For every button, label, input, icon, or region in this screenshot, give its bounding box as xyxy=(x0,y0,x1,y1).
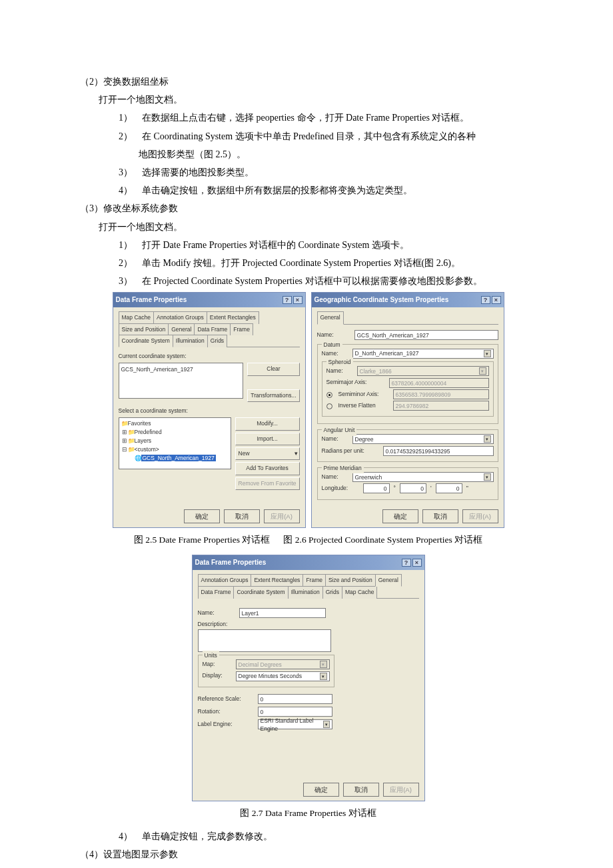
spheroid-group-title: Spheroid xyxy=(326,357,353,367)
help-icon[interactable]: ? xyxy=(283,296,292,304)
tab-grids[interactable]: Grids xyxy=(207,335,227,347)
tab-grids-27[interactable]: Grids xyxy=(322,586,342,598)
tree-selected-item[interactable]: GCS_North_American_1927 xyxy=(141,455,216,461)
tab-data-frame-27[interactable]: Data Frame xyxy=(198,586,235,598)
name-input-27[interactable]: Layer1 xyxy=(239,608,326,618)
tab-general-27[interactable]: General xyxy=(375,574,402,587)
tree-predefined[interactable]: Predefined xyxy=(135,429,162,435)
datum-name-combo[interactable]: D_North_American_1927▾ xyxy=(352,349,494,359)
ok-button-26[interactable]: 确定 xyxy=(382,509,418,523)
para-2-step3: 3） 选择需要的地图投影类型。 xyxy=(67,164,550,181)
apply-button-27: 应用(A) xyxy=(383,783,419,797)
tab-extent-rectangles-27[interactable]: Extent Rectangles xyxy=(251,574,303,587)
close-icon[interactable]: × xyxy=(492,296,501,304)
invflat-label: Inverse Flatten xyxy=(338,401,389,411)
tab-map-cache-27[interactable]: Map Cache xyxy=(342,586,377,598)
para-4-head: （4）设置地图显示参数 xyxy=(67,846,550,863)
tree-custom[interactable]: <custom> xyxy=(135,446,159,453)
para-2-head: （2）变换数据组坐标 xyxy=(67,73,550,90)
dialog-25-title: Data Frame Properties xyxy=(116,294,187,306)
tab-illumination-27[interactable]: Illumination xyxy=(288,586,323,598)
tree-layers[interactable]: Layers xyxy=(135,437,152,444)
clear-button[interactable]: Clear xyxy=(247,363,299,375)
dialog-25-tabs: Map Cache Annotation Groups Extent Recta… xyxy=(119,311,300,347)
semimajor-label: Semimajor Axis: xyxy=(326,377,385,387)
labeleng-label: Label Engine: xyxy=(198,719,254,729)
tab-map-cache[interactable]: Map Cache xyxy=(119,311,154,323)
refscale-input[interactable]: 0 xyxy=(258,694,332,704)
tab-frame-27[interactable]: Frame xyxy=(303,574,326,587)
tab-size-position-27[interactable]: Size and Position xyxy=(325,574,376,587)
prime-group-title: Prime Meridian xyxy=(322,463,364,473)
transformations-button[interactable]: Transformations... xyxy=(247,389,299,402)
para-2-step2a: 2） 在 Coordinating System 选项卡中单击 Predefin… xyxy=(67,128,550,145)
datum-group: Datum Name: D_North_American_1927▾ Spher… xyxy=(317,344,498,424)
new-button[interactable]: New▾ xyxy=(235,447,300,460)
units-group: Units Map: Decimal Degrees▾ Display: Deg… xyxy=(198,655,334,687)
long-sec[interactable]: 0 xyxy=(436,483,462,493)
angular-unit-group: Angular Unit Name: Degree▾ Radians per u… xyxy=(317,429,498,462)
invflat-field: 294.9786982 xyxy=(393,401,489,411)
tab-general[interactable]: General xyxy=(168,323,195,335)
tab-annotation-groups[interactable]: Annotation Groups xyxy=(153,311,207,323)
cancel-button-26[interactable]: 取消 xyxy=(422,509,458,523)
ok-button-25[interactable]: 确定 xyxy=(184,509,220,523)
tab-annotation-groups-27[interactable]: Annotation Groups xyxy=(198,574,252,587)
display-label: Display: xyxy=(203,671,232,681)
para-2-step4: 4） 单击确定按钮，数据组中所有数据层的投影都将变换为选定类型。 xyxy=(67,182,550,199)
semiminor-field: 6356583.7999989809 xyxy=(393,389,489,399)
modify-button[interactable]: Modify... xyxy=(235,417,300,430)
prime-combo[interactable]: Greenwich▾ xyxy=(352,472,494,482)
tab-coordinate-system[interactable]: Coordinate System xyxy=(119,335,173,347)
help-icon[interactable]: ? xyxy=(481,296,490,304)
semiminor-radio[interactable] xyxy=(326,392,332,398)
add-favorites-button[interactable]: Add To Favorites xyxy=(235,462,300,475)
semiminor-label: Semiminor Axis: xyxy=(338,389,389,399)
dialog-27-tabs: Annotation Groups Extent Rectangles Fram… xyxy=(198,574,419,599)
tab-frame[interactable]: Frame xyxy=(230,323,253,335)
tab-illumination[interactable]: Illumination xyxy=(173,335,208,347)
radians-label: Radians per unit: xyxy=(322,446,379,456)
current-cs-label: Current coordinate system: xyxy=(119,351,300,361)
para-3-head: （3）修改坐标系统参数 xyxy=(67,200,550,217)
rotation-input[interactable]: 0 xyxy=(258,707,332,717)
ok-button-27[interactable]: 确定 xyxy=(303,783,339,797)
para-3-step4: 4） 单击确定按钮，完成参数修改。 xyxy=(67,828,550,845)
display-combo[interactable]: Degree Minutes Seconds▾ xyxy=(236,671,330,681)
tab-extent-rectangles[interactable]: Extent Rectangles xyxy=(207,311,259,323)
cs-tree[interactable]: 📁Favorites ⊞📁Predefined ⊞📁Layers ⊟📁<cust… xyxy=(119,417,231,469)
desc-input-27[interactable] xyxy=(198,629,331,652)
help-icon[interactable]: ? xyxy=(402,559,411,567)
datum-group-title: Datum xyxy=(322,340,342,350)
labeleng-combo[interactable]: ESRI Standard Label Engine▾ xyxy=(258,719,332,729)
name-label-27: Name: xyxy=(198,608,235,618)
close-icon[interactable]: × xyxy=(412,559,422,567)
import-button[interactable]: Import... xyxy=(235,433,300,445)
long-min[interactable]: 0 xyxy=(400,483,426,493)
radians-field[interactable]: 0.0174532925199433295 xyxy=(383,446,494,456)
rotation-label: Rotation: xyxy=(198,707,254,717)
current-cs-box: GCS_North_American_1927 xyxy=(119,363,244,399)
map-combo: Decimal Degrees▾ xyxy=(236,659,330,669)
dialog-26-title: Geographic Coordinate System Properties xyxy=(314,294,449,306)
cancel-button-25[interactable]: 取消 xyxy=(224,509,260,523)
select-cs-label: Select a coordinate system: xyxy=(119,406,300,416)
para-4-open: 打开一个地图文档。 xyxy=(67,865,550,868)
tab-coordinate-system-27[interactable]: Coordinate System xyxy=(233,586,288,598)
tab-data-frame[interactable]: Data Frame xyxy=(194,323,231,335)
angular-combo[interactable]: Degree▾ xyxy=(352,434,494,444)
current-cs-value: GCS_North_American_1927 xyxy=(121,366,193,373)
caption-26: 图 2.6 Projected Coordinate System Proper… xyxy=(283,532,482,548)
tab-general-26[interactable]: General xyxy=(317,311,344,324)
tree-favorites[interactable]: Favorites xyxy=(128,420,151,427)
long-deg[interactable]: 0 xyxy=(363,483,390,493)
name-input-26[interactable]: GCS_North_American_1927 xyxy=(354,330,498,340)
invflat-radio[interactable] xyxy=(326,403,332,409)
refscale-label: Reference Scale: xyxy=(198,694,254,704)
para-3-step1: 1） 打开 Date Frame Properties 对话框中的 Coordi… xyxy=(67,237,550,253)
dialog-27-title: Data Frame Properties xyxy=(195,557,267,569)
close-icon[interactable]: × xyxy=(293,296,303,304)
tab-size-position[interactable]: Size and Position xyxy=(119,323,169,335)
cancel-button-27[interactable]: 取消 xyxy=(343,783,379,797)
dialog-26: Geographic Coordinate System Properties … xyxy=(311,292,504,527)
